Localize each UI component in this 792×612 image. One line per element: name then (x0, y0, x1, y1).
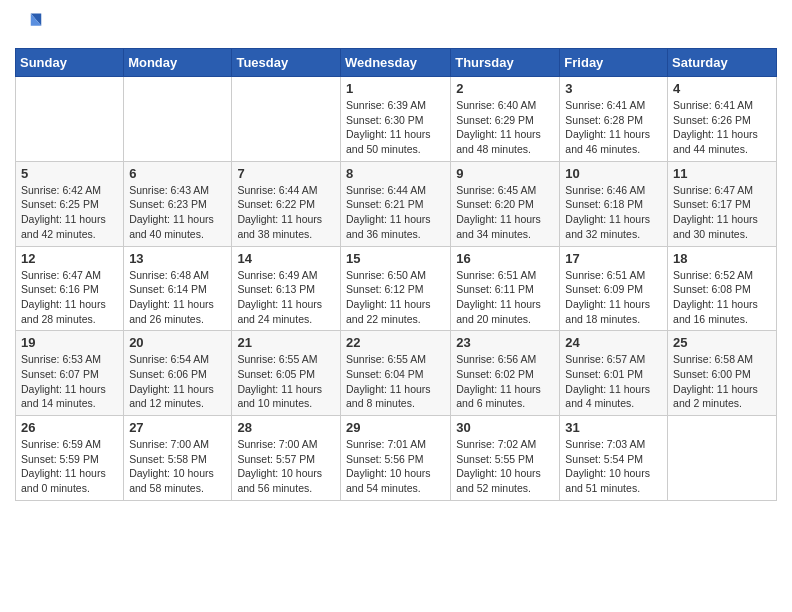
day-info: Sunrise: 6:51 AM Sunset: 6:09 PM Dayligh… (565, 268, 662, 327)
day-number: 6 (129, 166, 226, 181)
col-header-friday: Friday (560, 49, 668, 77)
day-info: Sunrise: 7:00 AM Sunset: 5:57 PM Dayligh… (237, 437, 335, 496)
day-info: Sunrise: 6:46 AM Sunset: 6:18 PM Dayligh… (565, 183, 662, 242)
logo-icon (15, 10, 43, 38)
day-info: Sunrise: 6:52 AM Sunset: 6:08 PM Dayligh… (673, 268, 771, 327)
calendar-cell: 4Sunrise: 6:41 AM Sunset: 6:26 PM Daylig… (668, 77, 777, 162)
day-info: Sunrise: 7:00 AM Sunset: 5:58 PM Dayligh… (129, 437, 226, 496)
day-number: 24 (565, 335, 662, 350)
calendar-week-4: 19Sunrise: 6:53 AM Sunset: 6:07 PM Dayli… (16, 331, 777, 416)
calendar-cell: 19Sunrise: 6:53 AM Sunset: 6:07 PM Dayli… (16, 331, 124, 416)
calendar-table: SundayMondayTuesdayWednesdayThursdayFrid… (15, 48, 777, 501)
day-number: 8 (346, 166, 445, 181)
day-number: 11 (673, 166, 771, 181)
calendar-cell: 29Sunrise: 7:01 AM Sunset: 5:56 PM Dayli… (340, 416, 450, 501)
calendar-cell: 12Sunrise: 6:47 AM Sunset: 6:16 PM Dayli… (16, 246, 124, 331)
calendar-cell (668, 416, 777, 501)
day-info: Sunrise: 6:57 AM Sunset: 6:01 PM Dayligh… (565, 352, 662, 411)
day-number: 14 (237, 251, 335, 266)
day-number: 12 (21, 251, 118, 266)
calendar-cell: 6Sunrise: 6:43 AM Sunset: 6:23 PM Daylig… (124, 161, 232, 246)
calendar-cell: 15Sunrise: 6:50 AM Sunset: 6:12 PM Dayli… (340, 246, 450, 331)
day-info: Sunrise: 6:40 AM Sunset: 6:29 PM Dayligh… (456, 98, 554, 157)
calendar-week-1: 1Sunrise: 6:39 AM Sunset: 6:30 PM Daylig… (16, 77, 777, 162)
calendar-cell: 24Sunrise: 6:57 AM Sunset: 6:01 PM Dayli… (560, 331, 668, 416)
day-number: 7 (237, 166, 335, 181)
calendar-cell: 3Sunrise: 6:41 AM Sunset: 6:28 PM Daylig… (560, 77, 668, 162)
calendar-cell: 22Sunrise: 6:55 AM Sunset: 6:04 PM Dayli… (340, 331, 450, 416)
day-number: 23 (456, 335, 554, 350)
calendar-cell: 8Sunrise: 6:44 AM Sunset: 6:21 PM Daylig… (340, 161, 450, 246)
day-info: Sunrise: 6:54 AM Sunset: 6:06 PM Dayligh… (129, 352, 226, 411)
calendar-cell (232, 77, 341, 162)
day-info: Sunrise: 6:44 AM Sunset: 6:21 PM Dayligh… (346, 183, 445, 242)
day-info: Sunrise: 6:44 AM Sunset: 6:22 PM Dayligh… (237, 183, 335, 242)
col-header-thursday: Thursday (451, 49, 560, 77)
day-info: Sunrise: 6:39 AM Sunset: 6:30 PM Dayligh… (346, 98, 445, 157)
day-number: 25 (673, 335, 771, 350)
day-number: 2 (456, 81, 554, 96)
day-number: 15 (346, 251, 445, 266)
day-number: 9 (456, 166, 554, 181)
day-info: Sunrise: 6:42 AM Sunset: 6:25 PM Dayligh… (21, 183, 118, 242)
day-info: Sunrise: 6:59 AM Sunset: 5:59 PM Dayligh… (21, 437, 118, 496)
day-info: Sunrise: 6:47 AM Sunset: 6:17 PM Dayligh… (673, 183, 771, 242)
calendar-header-row: SundayMondayTuesdayWednesdayThursdayFrid… (16, 49, 777, 77)
day-info: Sunrise: 6:55 AM Sunset: 6:05 PM Dayligh… (237, 352, 335, 411)
col-header-sunday: Sunday (16, 49, 124, 77)
day-info: Sunrise: 6:55 AM Sunset: 6:04 PM Dayligh… (346, 352, 445, 411)
calendar-week-3: 12Sunrise: 6:47 AM Sunset: 6:16 PM Dayli… (16, 246, 777, 331)
calendar-cell (124, 77, 232, 162)
logo (15, 10, 47, 38)
day-number: 30 (456, 420, 554, 435)
calendar-cell: 2Sunrise: 6:40 AM Sunset: 6:29 PM Daylig… (451, 77, 560, 162)
calendar-cell: 20Sunrise: 6:54 AM Sunset: 6:06 PM Dayli… (124, 331, 232, 416)
day-number: 19 (21, 335, 118, 350)
col-header-tuesday: Tuesday (232, 49, 341, 77)
day-info: Sunrise: 6:53 AM Sunset: 6:07 PM Dayligh… (21, 352, 118, 411)
day-number: 21 (237, 335, 335, 350)
day-number: 26 (21, 420, 118, 435)
day-info: Sunrise: 6:41 AM Sunset: 6:28 PM Dayligh… (565, 98, 662, 157)
day-number: 20 (129, 335, 226, 350)
day-info: Sunrise: 6:48 AM Sunset: 6:14 PM Dayligh… (129, 268, 226, 327)
day-number: 5 (21, 166, 118, 181)
calendar-cell: 23Sunrise: 6:56 AM Sunset: 6:02 PM Dayli… (451, 331, 560, 416)
day-number: 28 (237, 420, 335, 435)
calendar-cell: 13Sunrise: 6:48 AM Sunset: 6:14 PM Dayli… (124, 246, 232, 331)
calendar-cell: 11Sunrise: 6:47 AM Sunset: 6:17 PM Dayli… (668, 161, 777, 246)
calendar-cell: 10Sunrise: 6:46 AM Sunset: 6:18 PM Dayli… (560, 161, 668, 246)
day-number: 22 (346, 335, 445, 350)
day-number: 3 (565, 81, 662, 96)
day-info: Sunrise: 6:51 AM Sunset: 6:11 PM Dayligh… (456, 268, 554, 327)
day-number: 29 (346, 420, 445, 435)
day-number: 31 (565, 420, 662, 435)
calendar-cell: 21Sunrise: 6:55 AM Sunset: 6:05 PM Dayli… (232, 331, 341, 416)
day-info: Sunrise: 6:56 AM Sunset: 6:02 PM Dayligh… (456, 352, 554, 411)
calendar-week-2: 5Sunrise: 6:42 AM Sunset: 6:25 PM Daylig… (16, 161, 777, 246)
calendar-cell: 14Sunrise: 6:49 AM Sunset: 6:13 PM Dayli… (232, 246, 341, 331)
day-info: Sunrise: 7:01 AM Sunset: 5:56 PM Dayligh… (346, 437, 445, 496)
day-info: Sunrise: 6:50 AM Sunset: 6:12 PM Dayligh… (346, 268, 445, 327)
calendar-cell: 31Sunrise: 7:03 AM Sunset: 5:54 PM Dayli… (560, 416, 668, 501)
day-number: 17 (565, 251, 662, 266)
day-info: Sunrise: 7:03 AM Sunset: 5:54 PM Dayligh… (565, 437, 662, 496)
day-info: Sunrise: 7:02 AM Sunset: 5:55 PM Dayligh… (456, 437, 554, 496)
col-header-saturday: Saturday (668, 49, 777, 77)
day-number: 18 (673, 251, 771, 266)
day-number: 1 (346, 81, 445, 96)
calendar-cell: 9Sunrise: 6:45 AM Sunset: 6:20 PM Daylig… (451, 161, 560, 246)
calendar-cell: 30Sunrise: 7:02 AM Sunset: 5:55 PM Dayli… (451, 416, 560, 501)
page-header (15, 10, 777, 38)
calendar-cell (16, 77, 124, 162)
day-info: Sunrise: 6:41 AM Sunset: 6:26 PM Dayligh… (673, 98, 771, 157)
calendar-week-5: 26Sunrise: 6:59 AM Sunset: 5:59 PM Dayli… (16, 416, 777, 501)
calendar-cell: 18Sunrise: 6:52 AM Sunset: 6:08 PM Dayli… (668, 246, 777, 331)
calendar-cell: 26Sunrise: 6:59 AM Sunset: 5:59 PM Dayli… (16, 416, 124, 501)
day-number: 10 (565, 166, 662, 181)
day-number: 27 (129, 420, 226, 435)
day-info: Sunrise: 6:43 AM Sunset: 6:23 PM Dayligh… (129, 183, 226, 242)
calendar-cell: 28Sunrise: 7:00 AM Sunset: 5:57 PM Dayli… (232, 416, 341, 501)
day-info: Sunrise: 6:58 AM Sunset: 6:00 PM Dayligh… (673, 352, 771, 411)
col-header-wednesday: Wednesday (340, 49, 450, 77)
